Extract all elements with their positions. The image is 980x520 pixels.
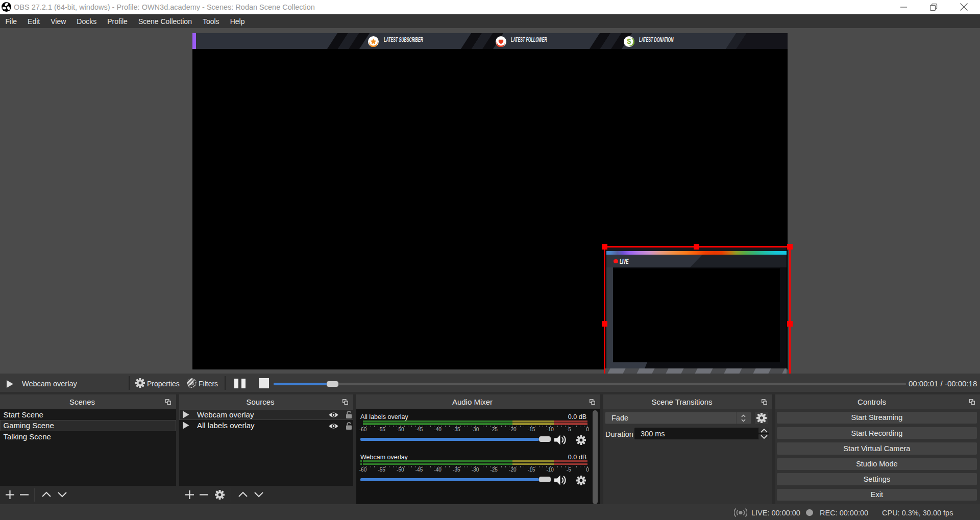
svg-text:$: $ [627,37,631,45]
